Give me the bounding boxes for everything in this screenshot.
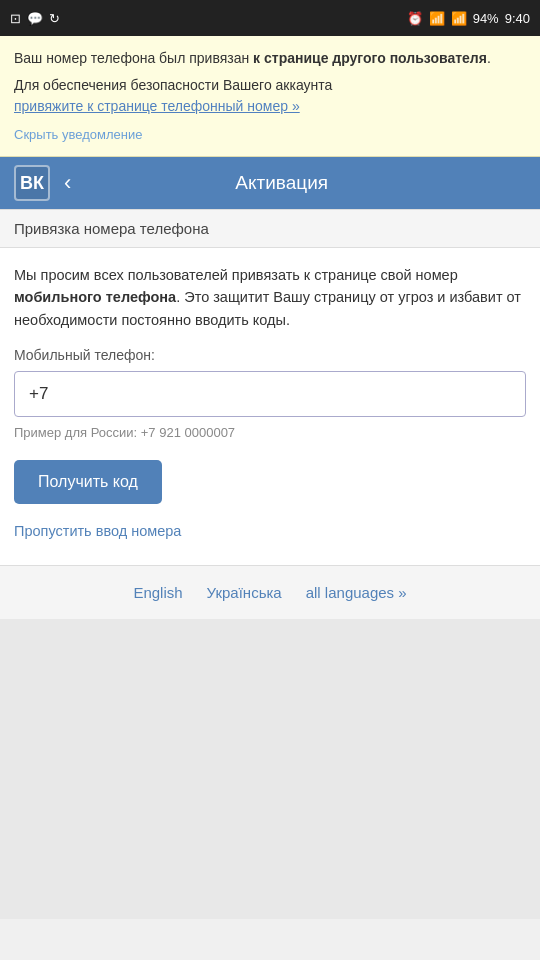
status-bar: ⊡ 💬 ↻ ⏰ 📶 📶 94% 9:40 [0, 0, 540, 36]
message-icon: 💬 [27, 11, 43, 26]
hide-notification-link[interactable]: Скрыть уведомление [14, 127, 142, 142]
phone-link[interactable]: привяжите к странице телефонный номер » [14, 96, 526, 117]
signal-icon: 📶 [451, 11, 467, 26]
bottom-area [0, 619, 540, 919]
wifi-icon: 📶 [429, 11, 445, 26]
battery-text: 94% [473, 11, 499, 26]
skip-link[interactable]: Пропустить ввод номера [14, 523, 181, 539]
lang-english[interactable]: English [133, 584, 182, 601]
section-header-title: Привязка номера телефона [14, 220, 209, 237]
alarm-icon: ⏰ [407, 11, 423, 26]
get-code-button[interactable]: Получить код [14, 460, 162, 504]
nav-bar: ВК ‹ Активация [0, 157, 540, 209]
lang-ukrainian[interactable]: Українська [207, 584, 282, 601]
status-bar-left: ⊡ 💬 ↻ [10, 11, 60, 26]
notification-line2: Для обеспечения безопасности Вашего акка… [14, 75, 526, 117]
main-content: Привязка номера телефона Мы просим всех … [0, 209, 540, 565]
phone-input[interactable] [14, 371, 526, 417]
example-text: Пример для России: +7 921 0000007 [14, 425, 526, 440]
status-bar-right: ⏰ 📶 📶 94% 9:40 [407, 11, 530, 26]
sim-icon: ⊡ [10, 11, 21, 26]
field-label: Мобильный телефон: [14, 347, 526, 363]
notification-line1: Ваш номер телефона был привязан к страни… [14, 48, 526, 69]
notification-banner: Ваш номер телефона был привязан к страни… [0, 36, 540, 157]
time-display: 9:40 [505, 11, 530, 26]
section-body: Мы просим всех пользователей привязать к… [0, 248, 540, 565]
back-button[interactable]: ‹ [64, 170, 71, 196]
section-header: Привязка номера телефона [0, 209, 540, 248]
vk-logo[interactable]: ВК [14, 165, 50, 201]
description-text: Мы просим всех пользователей привязать к… [14, 264, 526, 331]
sync-icon: ↻ [49, 11, 60, 26]
lang-all[interactable]: all languages » [306, 584, 407, 601]
language-footer: English Українська all languages » [0, 565, 540, 619]
nav-title: Активация [87, 172, 476, 194]
